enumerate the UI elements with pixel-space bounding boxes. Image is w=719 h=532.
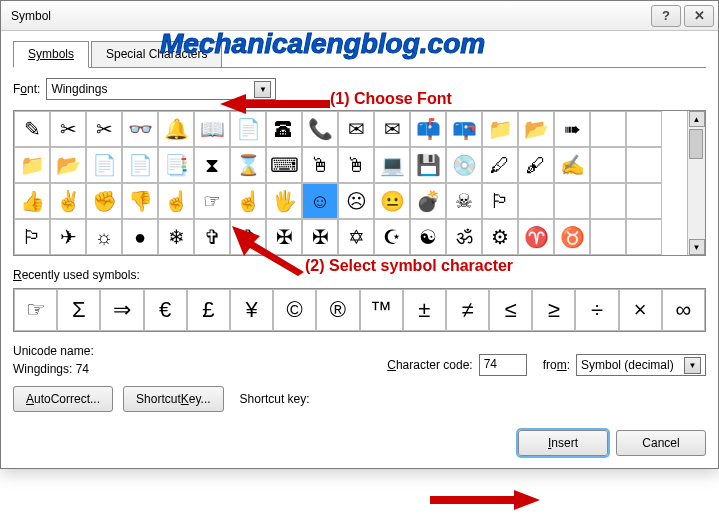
symbol-cell[interactable]: 📪 xyxy=(446,111,482,147)
symbol-cell[interactable]: 👎 xyxy=(122,183,158,219)
symbol-cell[interactable]: ⌨ xyxy=(266,147,302,183)
symbol-cell[interactable]: 💾 xyxy=(410,147,446,183)
symbol-cell[interactable]: ✂ xyxy=(50,111,86,147)
symbol-cell[interactable]: ✂ xyxy=(86,111,122,147)
symbol-cell[interactable] xyxy=(626,147,662,183)
recent-symbol-cell[interactable]: Σ xyxy=(57,289,100,331)
symbol-cell[interactable]: 📞 xyxy=(302,111,338,147)
symbol-cell[interactable]: ♈ xyxy=(518,219,554,255)
symbol-cell[interactable]: 💻 xyxy=(374,147,410,183)
symbol-cell[interactable]: ॐ xyxy=(446,219,482,255)
symbol-cell[interactable]: ✠ xyxy=(302,219,338,255)
symbol-cell[interactable]: 💣 xyxy=(410,183,446,219)
recent-symbol-cell[interactable]: ≠ xyxy=(446,289,489,331)
from-combobox[interactable]: Symbol (decimal) ▼ xyxy=(576,354,706,376)
symbol-cell[interactable]: 🖋 xyxy=(518,147,554,183)
symbol-cell[interactable]: ☪ xyxy=(374,219,410,255)
symbol-cell[interactable]: ☠ xyxy=(446,183,482,219)
recent-symbol-cell[interactable]: £ xyxy=(187,289,230,331)
close-button[interactable]: ✕ xyxy=(684,5,714,27)
symbol-cell[interactable]: 📑 xyxy=(158,147,194,183)
symbol-cell[interactable]: ✉ xyxy=(338,111,374,147)
recent-symbol-cell[interactable]: ∞ xyxy=(662,289,705,331)
symbol-cell[interactable]: 📄 xyxy=(122,147,158,183)
symbol-cell[interactable]: ☺ xyxy=(302,183,338,219)
symbol-cell[interactable]: ✞ xyxy=(194,219,230,255)
character-code-input[interactable]: 74 xyxy=(479,354,527,376)
symbol-cell[interactable]: ● xyxy=(122,219,158,255)
symbol-cell[interactable]: 😐 xyxy=(374,183,410,219)
symbol-cell[interactable]: 🖊 xyxy=(482,147,518,183)
symbol-cell[interactable]: ☹ xyxy=(338,183,374,219)
recent-symbols-row[interactable]: ☞Σ⇒€£¥©®™±≠≤≥÷×∞ xyxy=(13,288,706,332)
symbol-cell[interactable]: ☝ xyxy=(158,183,194,219)
symbol-cell[interactable]: ☞ xyxy=(194,183,230,219)
symbol-cell[interactable]: ✎ xyxy=(14,111,50,147)
symbol-cell[interactable] xyxy=(626,111,662,147)
recent-symbol-cell[interactable]: ≤ xyxy=(489,289,532,331)
symbol-cell[interactable]: ✡ xyxy=(338,219,374,255)
autocorrect-button[interactable]: AutoCorrect... xyxy=(13,386,113,412)
symbol-cell[interactable]: ☯ xyxy=(410,219,446,255)
symbol-cell[interactable] xyxy=(590,183,626,219)
symbol-cell[interactable] xyxy=(626,219,662,255)
symbol-cell[interactable]: ⚙ xyxy=(482,219,518,255)
shortcut-key-button[interactable]: Shortcut Key... xyxy=(123,386,224,412)
symbol-cell[interactable]: 💿 xyxy=(446,147,482,183)
symbol-cell[interactable] xyxy=(518,183,554,219)
symbol-cell[interactable]: 📂 xyxy=(518,111,554,147)
symbol-cell[interactable] xyxy=(626,183,662,219)
symbol-cell[interactable]: ☝ xyxy=(230,183,266,219)
symbol-cell[interactable]: 🏳 xyxy=(482,183,518,219)
recent-symbol-cell[interactable]: × xyxy=(619,289,662,331)
recent-symbol-cell[interactable]: ™ xyxy=(360,289,403,331)
scroll-down-icon[interactable]: ▼ xyxy=(689,239,705,255)
symbol-cell[interactable]: ⧗ xyxy=(194,147,230,183)
symbol-cell[interactable]: 📂 xyxy=(50,147,86,183)
symbol-cell[interactable]: ✠ xyxy=(266,219,302,255)
symbol-cell[interactable]: ✈ xyxy=(50,219,86,255)
help-button[interactable]: ? xyxy=(651,5,681,27)
recent-symbol-cell[interactable]: € xyxy=(144,289,187,331)
tab-special-characters[interactable]: Special Characters xyxy=(91,41,222,68)
symbol-cell[interactable]: 👓 xyxy=(122,111,158,147)
symbol-cell[interactable]: ⌛ xyxy=(230,147,266,183)
symbol-cell[interactable]: ✌ xyxy=(50,183,86,219)
symbol-cell[interactable]: ☼ xyxy=(86,219,122,255)
symbol-cell[interactable]: ✞ xyxy=(230,219,266,255)
symbol-cell[interactable]: 📄 xyxy=(230,111,266,147)
symbol-grid[interactable]: ✎✂✂👓🔔📖📄🕿📞✉✉📫📪📁📂➠📁📂📄📄📑⧗⌛⌨🖱🖱💻💾💿🖊🖋✍👍✌✊👎☝☞☝🖐… xyxy=(14,111,687,255)
recent-symbol-cell[interactable]: ≥ xyxy=(532,289,575,331)
symbol-cell[interactable] xyxy=(590,219,626,255)
recent-symbol-cell[interactable]: © xyxy=(273,289,316,331)
symbol-cell[interactable]: ❄ xyxy=(158,219,194,255)
symbol-cell[interactable]: 📖 xyxy=(194,111,230,147)
symbol-cell[interactable] xyxy=(590,147,626,183)
scroll-up-icon[interactable]: ▲ xyxy=(689,111,705,127)
symbol-cell[interactable]: ✉ xyxy=(374,111,410,147)
cancel-button[interactable]: Cancel xyxy=(616,430,706,456)
tab-symbols[interactable]: Symbols xyxy=(13,41,89,68)
recent-symbol-cell[interactable]: ÷ xyxy=(575,289,618,331)
symbol-cell[interactable] xyxy=(554,183,590,219)
symbol-cell[interactable]: 🔔 xyxy=(158,111,194,147)
recent-symbol-cell[interactable]: ⇒ xyxy=(100,289,143,331)
symbol-cell[interactable]: ✊ xyxy=(86,183,122,219)
scroll-thumb[interactable] xyxy=(689,129,703,159)
recent-symbol-cell[interactable]: ± xyxy=(403,289,446,331)
insert-button[interactable]: Insert xyxy=(518,430,608,456)
symbol-cell[interactable]: 🖱 xyxy=(302,147,338,183)
symbol-cell[interactable]: ➠ xyxy=(554,111,590,147)
recent-symbol-cell[interactable]: ¥ xyxy=(230,289,273,331)
symbol-cell[interactable]: 📫 xyxy=(410,111,446,147)
symbol-cell[interactable]: 🏳 xyxy=(14,219,50,255)
symbol-cell[interactable]: 👍 xyxy=(14,183,50,219)
symbol-cell[interactable]: ♉ xyxy=(554,219,590,255)
symbol-cell[interactable]: 🖐 xyxy=(266,183,302,219)
grid-scrollbar[interactable]: ▲ ▼ xyxy=(687,111,705,255)
symbol-cell[interactable]: ✍ xyxy=(554,147,590,183)
recent-symbol-cell[interactable]: ☞ xyxy=(14,289,57,331)
symbol-cell[interactable]: 📄 xyxy=(86,147,122,183)
symbol-cell[interactable]: 🕿 xyxy=(266,111,302,147)
symbol-cell[interactable]: 📁 xyxy=(14,147,50,183)
